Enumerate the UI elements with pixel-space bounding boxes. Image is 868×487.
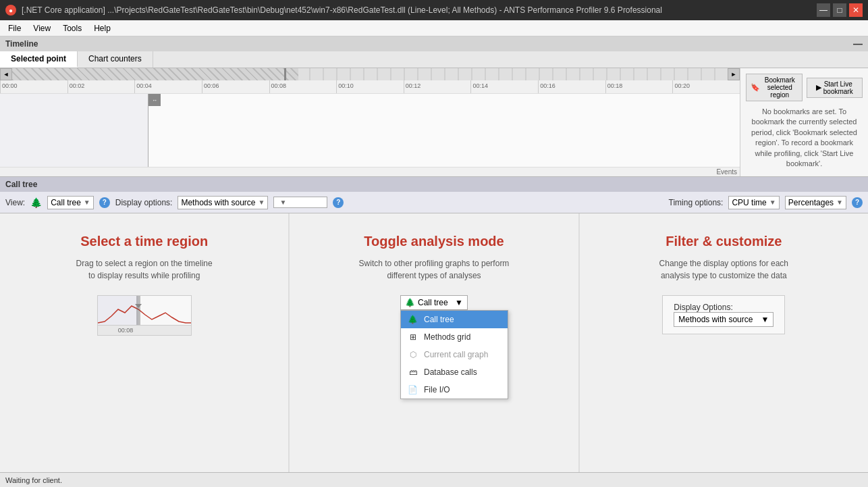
close-button[interactable]: ✕ [849,3,863,17]
timeline-scrollbar[interactable]: ◄ ► [0,68,740,80]
view-select[interactable]: Call tree ▼ [47,196,94,209]
timing-format-select[interactable]: Percentages ▼ [785,196,846,209]
minimize-button[interactable]: — [817,3,830,17]
view-select-arrow: ▼ [84,199,90,206]
calltree-section: Call tree View: 🌲 Call tree ▼ ? Display … [0,177,868,487]
drag-handle[interactable]: ↔ [148,94,161,106]
app-window: ● [.NET Core application] ...\Projects\R… [0,0,868,487]
status-text: Waiting for client. [5,476,62,484]
filter-panel-title: Filter & customize [666,234,782,249]
maximize-button[interactable]: □ [833,3,846,17]
selection-region [0,94,148,167]
view-label: View: [5,198,25,207]
grid-menu-icon: ⊞ [408,332,418,342]
app-icon: ● [5,5,16,16]
filter-panel: Filter & customize Change the display op… [580,213,868,487]
analysis-dropdown-btn[interactable]: 🌲 Call tree ▼ [400,295,468,310]
dropdown-item-db-calls[interactable]: 🗃 Database calls [401,363,508,381]
db-menu-icon: 🗃 [408,367,418,378]
dropdown-item-file-io[interactable]: 📄 File I/O [401,381,508,399]
menu-file[interactable]: File [3,22,26,34]
dropdown-arrow-icon: ▼ [455,298,463,307]
bookmark-message: No bookmarks are set. To bookmark the cu… [746,107,863,169]
mini-ruler: 00:08 [98,325,191,335]
ruler-tick-10: 00:20 [672,80,740,93]
dropdown-label-file-io: File I/O [424,385,450,394]
timing-select-arrow: ▼ [769,199,776,206]
calltree-header: Call tree [0,177,868,192]
dropdown-item-methods-grid[interactable]: ⊞ Methods grid [401,328,508,346]
view-select-value: Call tree [51,198,81,207]
ruler-tick-7: 00:14 [470,80,538,93]
calltree-icon-small: 🌲 [405,298,415,307]
status-bar: Waiting for client. [0,472,868,487]
ruler-tick-9: 00:18 [605,80,673,93]
timing-select[interactable]: CPU time ▼ [728,196,779,209]
timing-help-btn[interactable]: ? [852,197,863,208]
timeline-data-area[interactable]: ↔ [0,94,740,167]
ruler-tick-5: 00:10 [336,80,404,93]
display-select-arrow: ▼ [259,199,265,206]
scroll-right-btn[interactable]: ► [728,68,740,80]
scroll-track[interactable] [12,68,728,80]
timeline-section: Timeline — Selected point Chart counters… [0,36,868,177]
filter-select-arrow: ▼ [279,199,286,206]
calltree-toolbar: View: 🌲 Call tree ▼ ? Display options: M… [0,192,868,213]
display-options-label: Display Options: [674,303,732,312]
timeline-graph-area: ◄ ► 00:00 00:02 00:04 00:06 [0,68,740,176]
ruler-tick-2: 00:04 [134,80,202,93]
bookmark-region-label: Bookmarkselected region [762,76,798,99]
analysis-dropdown-menu: 🌲 Call tree ⊞ Methods grid ⬡ Current cal… [400,310,508,399]
menu-view[interactable]: View [28,22,56,34]
timeline-minimize-icon[interactable]: — [853,39,863,49]
menu-tools[interactable]: Tools [57,22,87,34]
analysis-dropdown-container: 🌲 Call tree ▼ 🌲 Call tree ⊞ Methods grid [400,295,468,310]
tab-chart-counters[interactable]: Chart counters [78,51,153,68]
timing-select-value: CPU time [732,198,766,207]
timing-format-arrow: ▼ [836,199,843,206]
tab-selected-point[interactable]: Selected point [0,51,78,68]
dropdown-item-call-graph[interactable]: ⬡ Current call graph [401,346,508,363]
title-bar: ● [.NET Core application] ...\Projects\R… [0,0,868,20]
timeline-sidebar: 🔖 Bookmarkselected region ▶ Start Livebo… [740,68,868,176]
timeline-tabs: Selected point Chart counters [0,51,868,68]
bookmark-icon: 🔖 [751,83,760,92]
ruler-tick-1: 00:02 [67,80,135,93]
ruler-tick-6: 00:12 [404,80,471,93]
view-help-btn[interactable]: ? [99,197,110,208]
scroll-left-btn[interactable]: ◄ [0,68,12,80]
mini-timeline-graph [98,296,192,326]
fileio-menu-icon: 📄 [408,384,418,395]
dropdown-item-calltree[interactable]: 🌲 Call tree [401,311,508,328]
toggle-panel-title: Toggle analysis mode [364,234,504,249]
timing-options-group: Timing options: CPU time ▼ Percentages ▼… [669,196,863,209]
display-options-select[interactable]: Methods with source ▼ [674,312,774,327]
events-label: Events [0,167,740,176]
graph-menu-icon: ⬡ [408,349,418,360]
filter-select[interactable]: ▼ [273,197,327,208]
menu-help[interactable]: Help [88,22,116,34]
display-options-arrow: ▼ [761,315,769,324]
main-panels: Select a time region Drag to select a re… [0,213,868,487]
live-bookmark-label: Start Livebookmark [823,80,853,95]
bookmark-region-btn[interactable]: 🔖 Bookmarkselected region [746,74,803,101]
dropdown-label-methods-grid: Methods grid [424,332,470,342]
calltree-menu-icon: 🌲 [408,314,418,325]
select-panel-desc: Drag to select a region on the timelinet… [76,257,213,282]
bookmark-header: 🔖 Bookmarkselected region ▶ Start Livebo… [746,74,863,101]
ruler-tick-3: 00:06 [202,80,269,93]
calltree-title: Call tree [5,180,37,189]
display-help-btn[interactable]: ? [333,197,344,208]
timing-format-value: Percentages [788,198,834,207]
display-select-value: Methods with source [181,198,255,207]
mini-ruler-time: 00:08 [118,327,134,334]
filter-panel-desc: Change the display options for eachanaly… [659,257,788,282]
live-icon: ▶ [816,83,821,92]
svg-rect-2 [136,296,140,326]
mini-timeline-preview: 00:08 [97,295,192,336]
display-label: Display options: [115,198,173,207]
toggle-panel-desc: Switch to other profiling graphs to perf… [359,257,510,282]
display-select[interactable]: Methods with source ▼ [178,196,268,209]
dropdown-label-db-calls: Database calls [424,367,477,377]
start-live-bookmark-btn[interactable]: ▶ Start Livebookmark [807,78,863,98]
